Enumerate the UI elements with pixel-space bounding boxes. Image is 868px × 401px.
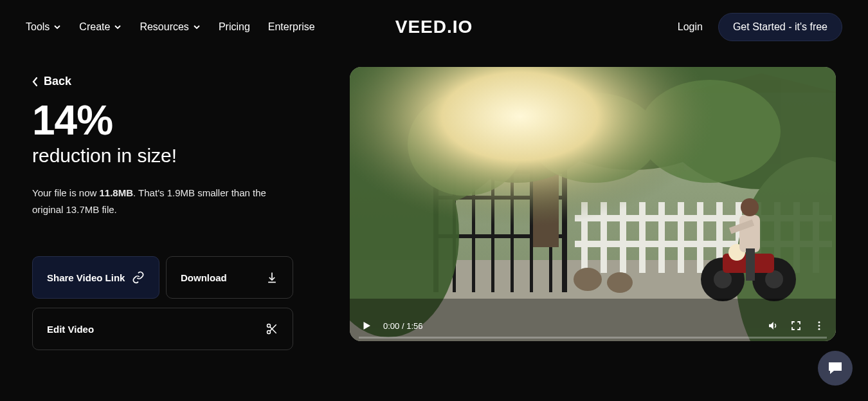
video-progress[interactable] [359,337,827,339]
play-button[interactable] [360,319,373,332]
fullscreen-button[interactable] [790,319,802,332]
nav-label: Pricing [219,21,250,33]
nav-create[interactable]: Create [79,21,122,33]
nav-label: Resources [140,21,188,33]
duration: 1:56 [406,321,422,331]
header: Tools Create Resources Pricing Enterpris… [0,0,868,54]
current-time: 0:00 [383,321,399,331]
svg-point-50 [714,270,732,288]
chevron-down-icon [114,23,122,31]
video-time: 0:00 / 1:56 [383,321,422,331]
chat-fab[interactable] [818,351,853,386]
chevron-left-icon [32,77,39,87]
chat-icon [827,361,843,375]
volume-button[interactable] [766,319,779,332]
reduction-subtitle: reduction in size! [32,145,315,167]
desc-size: 11.8MB [100,187,134,198]
download-icon [266,271,278,284]
chevron-down-icon [193,23,201,31]
svg-rect-56 [746,248,755,281]
download-label: Download [181,272,227,283]
nav-tools[interactable]: Tools [26,21,61,33]
download-button[interactable]: Download [166,256,293,299]
logo[interactable]: VEED.IO [395,17,473,37]
video-thumbnail [350,67,836,341]
main: Back 14% reduction in size! Your file is… [0,54,868,350]
back-button[interactable]: Back [32,75,71,88]
video-player[interactable]: 0:00 / 1:56 [350,67,836,341]
result-panel: Back 14% reduction in size! Your file is… [32,67,315,350]
more-vertical-icon [813,320,825,331]
login-link[interactable]: Login [678,21,703,33]
svg-point-1 [267,331,271,334]
nav-enterprise[interactable]: Enterprise [268,21,315,33]
action-row: Share Video Link Download [32,256,315,299]
reduction-percent: 14% [32,100,315,141]
svg-point-61 [818,328,820,330]
chevron-down-icon [53,23,61,31]
nav-resources[interactable]: Resources [140,21,200,33]
share-label: Share Video Link [47,272,125,283]
edit-video-button[interactable]: Edit Video [32,308,293,350]
get-started-button[interactable]: Get Started - it's free [718,13,842,41]
reduction-description: Your file is now 11.8MB. That's 1.9MB sm… [32,185,289,218]
svg-point-0 [267,324,271,328]
volume-icon [767,320,779,331]
svg-point-59 [818,321,820,323]
back-label: Back [44,75,71,88]
nav-label: Tools [26,21,50,33]
nav-right: Login Get Started - it's free [678,13,842,41]
video-column: 0:00 / 1:56 [341,67,836,350]
fullscreen-icon [790,320,802,331]
desc-pre: Your file is now [32,187,100,198]
svg-point-51 [765,270,783,288]
nav-left: Tools Create Resources Pricing Enterpris… [26,21,315,33]
nav-pricing[interactable]: Pricing [219,21,250,33]
edit-label: Edit Video [47,324,94,335]
nav-label: Enterprise [268,21,315,33]
share-link-button[interactable]: Share Video Link [32,256,159,299]
svg-point-60 [818,325,820,327]
play-icon [361,320,372,331]
link-icon [132,271,145,284]
more-button[interactable] [813,319,826,332]
scissors-icon [266,322,278,335]
svg-point-55 [741,198,759,216]
nav-label: Create [79,21,110,33]
